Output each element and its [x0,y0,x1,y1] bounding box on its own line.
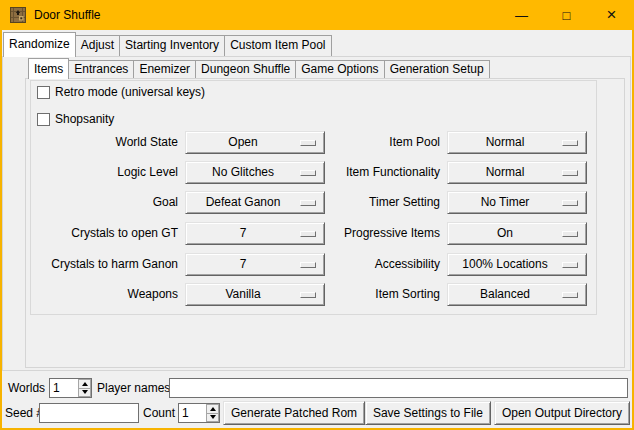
weapons-label: Weapons [31,283,178,306]
tab-randomize[interactable]: Randomize [3,32,76,57]
player-names-label: Player names [97,378,170,398]
window-title: Door Shuffle [34,8,101,22]
dropdown-indicator-icon [300,262,316,268]
option-row: Crystals to harm Ganon 7 Accessibility 1… [31,253,596,277]
spin-up-button[interactable] [206,404,219,414]
arrow-down-icon [82,390,88,394]
logic-level-dropdown[interactable]: No Glitches [185,161,325,184]
randomize-sub-tab-bar: Items Entrances Enemizer Dungeon Shuffle… [28,58,490,79]
count-input[interactable] [179,404,206,422]
dropdown-indicator-icon [300,170,316,176]
door-chest-icon [10,7,26,23]
dropdown-value: Normal [448,132,562,153]
option-row: Goal Defeat Ganon Timer Setting No Timer [31,191,596,215]
dropdown-value: Balanced [448,284,562,305]
tab-enemizer[interactable]: Enemizer [133,60,196,78]
minimize-button[interactable]: — [499,0,544,30]
player-names-input[interactable] [169,378,628,398]
dropdown-value: 7 [186,223,300,244]
dropdown-value: 7 [186,254,300,275]
shopsanity-label: Shopsanity [55,112,114,126]
bottom-right-buttons: Save Settings to File Open Output Direct… [365,401,630,425]
crystals-open-gt-label: Crystals to open GT [31,222,178,245]
goal-dropdown[interactable]: Defeat Ganon [185,191,325,214]
item-functionality-label: Item Functionality [330,161,440,184]
count-spinner [178,403,220,423]
goal-label: Goal [31,191,178,214]
tab-items[interactable]: Items [28,58,69,79]
dropdown-indicator-icon [300,140,316,146]
dropdown-indicator-icon [562,170,578,176]
item-functionality-dropdown[interactable]: Normal [447,161,587,184]
titlebar: Door Shuffle — □ × [0,0,634,30]
open-output-directory-button[interactable]: Open Output Directory [494,401,630,425]
items-panel: Retro mode (universal keys) Shopsanity W… [25,78,625,368]
world-state-label: World State [31,131,178,154]
tab-game-options[interactable]: Game Options [295,60,384,78]
tab-dungeon-shuffle[interactable]: Dungeon Shuffle [195,60,296,78]
worlds-spin-buttons [78,379,91,397]
dropdown-indicator-icon [562,292,578,298]
dropdown-indicator-icon [300,231,316,237]
maximize-button[interactable]: □ [544,0,589,30]
window-body: Randomize Adjust Starting Inventory Cust… [2,30,632,428]
logic-level-label: Logic Level [31,161,178,184]
worlds-input[interactable] [50,379,78,397]
retro-mode-label: Retro mode (universal keys) [55,85,205,99]
dropdown-value: Vanilla [186,284,300,305]
retro-mode-checkbox[interactable] [37,86,50,99]
option-row: World State Open Item Pool Normal [31,131,596,155]
worlds-spinner [49,378,92,398]
progressive-items-label: Progressive Items [330,222,440,245]
dropdown-value: Defeat Ganon [186,192,300,213]
tab-custom-item-pool[interactable]: Custom Item Pool [224,35,331,56]
crystals-open-gt-dropdown[interactable]: 7 [185,222,325,245]
close-button[interactable]: × [589,0,634,30]
progressive-items-dropdown[interactable]: On [447,222,587,245]
spin-up-button[interactable] [78,379,91,389]
arrow-down-icon [210,415,216,419]
count-spin-buttons [206,404,219,422]
spin-down-button[interactable] [206,414,219,423]
generate-patched-rom-button[interactable]: Generate Patched Rom [223,401,365,425]
spin-down-button[interactable] [78,389,91,398]
arrow-up-icon [210,407,216,411]
weapons-dropdown[interactable]: Vanilla [185,283,325,306]
crystals-harm-ganon-dropdown[interactable]: 7 [185,253,325,276]
main-tab-bar: Randomize Adjust Starting Inventory Cust… [3,32,332,57]
dropdown-indicator-icon [300,200,316,206]
timer-setting-dropdown[interactable]: No Timer [447,191,587,214]
shopsanity-row: Shopsanity [37,112,114,126]
worlds-row: Worlds Player names [2,378,632,398]
arrow-up-icon [82,382,88,386]
app-window: Door Shuffle — □ × Randomize Adjust Star… [0,0,634,430]
dropdown-value: Open [186,132,300,153]
save-settings-button[interactable]: Save Settings to File [365,401,491,425]
shopsanity-checkbox[interactable] [37,113,50,126]
dropdown-value: No Glitches [186,162,300,183]
seed-label: Seed # [5,401,43,425]
tab-entrances[interactable]: Entrances [68,60,134,78]
seed-row: Seed # Count Generate Patched Rom Save S… [2,401,632,425]
tab-generation-setup[interactable]: Generation Setup [384,60,490,78]
item-pool-dropdown[interactable]: Normal [447,131,587,154]
item-pool-label: Item Pool [330,131,440,154]
accessibility-label: Accessibility [330,253,440,276]
dropdown-value: On [448,223,562,244]
dropdown-indicator-icon [562,140,578,146]
tab-starting-inventory[interactable]: Starting Inventory [119,35,225,56]
tab-adjust[interactable]: Adjust [75,35,120,56]
worlds-label: Worlds [8,378,45,398]
crystals-harm-ganon-label: Crystals to harm Ganon [31,253,178,276]
dropdown-value: 100% Locations [448,254,562,275]
item-sorting-dropdown[interactable]: Balanced [447,283,587,306]
option-row: Weapons Vanilla Item Sorting Balanced [31,283,596,307]
items-options-frame: Retro mode (universal keys) Shopsanity W… [30,80,597,315]
seed-input[interactable] [39,403,139,423]
accessibility-dropdown[interactable]: 100% Locations [447,253,587,276]
dropdown-indicator-icon [562,262,578,268]
window-controls: — □ × [499,0,634,30]
world-state-dropdown[interactable]: Open [185,131,325,154]
dropdown-value: Normal [448,162,562,183]
count-label: Count [143,401,175,425]
